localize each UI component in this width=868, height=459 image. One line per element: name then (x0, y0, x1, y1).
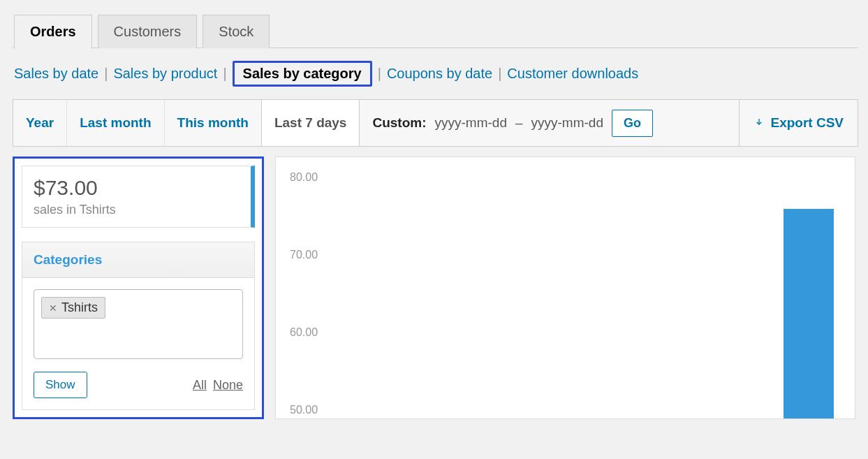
report-content: $73.00 sales in Tshirts Categories ✕ Tsh… (0, 147, 868, 419)
report-sidebar: $73.00 sales in Tshirts Categories ✕ Tsh… (13, 156, 264, 419)
separator: | (217, 66, 232, 82)
sales-chart: 80.00 70.00 60.00 50.00 (275, 156, 855, 419)
category-chip-label: Tshirts (61, 300, 98, 315)
remove-chip-icon[interactable]: ✕ (49, 303, 57, 314)
range-last-7-days[interactable]: Last 7 days (261, 100, 360, 146)
report-subnav: Sales by date | Sales by product | Sales… (0, 48, 868, 99)
tab-stock[interactable]: Stock (203, 15, 270, 48)
date-range-dash: – (515, 115, 523, 131)
date-to-input[interactable]: yyyy-mm-dd (531, 115, 603, 131)
show-button[interactable]: Show (34, 372, 87, 398)
select-all-none: All None (190, 378, 243, 393)
separator: | (492, 66, 507, 82)
tab-customers[interactable]: Customers (98, 15, 198, 48)
export-csv-label: Export CSV (770, 115, 844, 131)
categories-panel-title: Categories (22, 242, 254, 278)
subnav-coupons-by-date[interactable]: Coupons by date (387, 66, 492, 82)
chart-bar (784, 209, 834, 418)
category-chip[interactable]: ✕ Tshirts (41, 297, 105, 319)
download-icon (753, 117, 765, 129)
report-tabs: Orders Customers Stock (0, 0, 868, 48)
tab-orders[interactable]: Orders (14, 15, 92, 49)
subnav-customer-downloads[interactable]: Customer downloads (507, 66, 638, 82)
categories-input[interactable]: ✕ Tshirts (34, 289, 243, 359)
y-tick: 50.00 (290, 404, 841, 416)
y-tick: 60.00 (290, 326, 841, 339)
range-custom-label: Custom: (372, 115, 426, 131)
categories-panel: Categories ✕ Tshirts Show All None (22, 242, 255, 410)
subnav-sales-by-product[interactable]: Sales by product (113, 66, 217, 82)
range-custom: Custom: yyyy-mm-dd – yyyy-mm-dd Go (360, 100, 740, 146)
select-all-link[interactable]: All (193, 378, 207, 392)
subnav-sales-by-category[interactable]: Sales by category (239, 64, 366, 83)
metric-card[interactable]: $73.00 sales in Tshirts (22, 166, 255, 228)
go-button[interactable]: Go (612, 110, 653, 137)
metric-amount: $73.00 (34, 176, 240, 200)
range-year[interactable]: Year (13, 100, 67, 146)
separator: | (372, 66, 387, 82)
y-tick: 80.00 (290, 171, 841, 184)
select-none-link[interactable]: None (213, 378, 243, 392)
subnav-sales-by-category-highlight: Sales by category (233, 61, 372, 87)
date-range-toolbar: Year Last month This month Last 7 days C… (13, 99, 858, 147)
range-last-month[interactable]: Last month (67, 100, 164, 146)
subnav-sales-by-date[interactable]: Sales by date (14, 66, 98, 82)
date-from-input[interactable]: yyyy-mm-dd (435, 115, 507, 131)
separator: | (98, 66, 113, 82)
range-this-month[interactable]: This month (165, 100, 262, 146)
metric-subtext: sales in Tshirts (34, 203, 240, 217)
y-tick: 70.00 (290, 249, 841, 261)
export-csv-button[interactable]: Export CSV (740, 100, 858, 146)
chart-y-axis: 80.00 70.00 60.00 50.00 (290, 171, 841, 416)
